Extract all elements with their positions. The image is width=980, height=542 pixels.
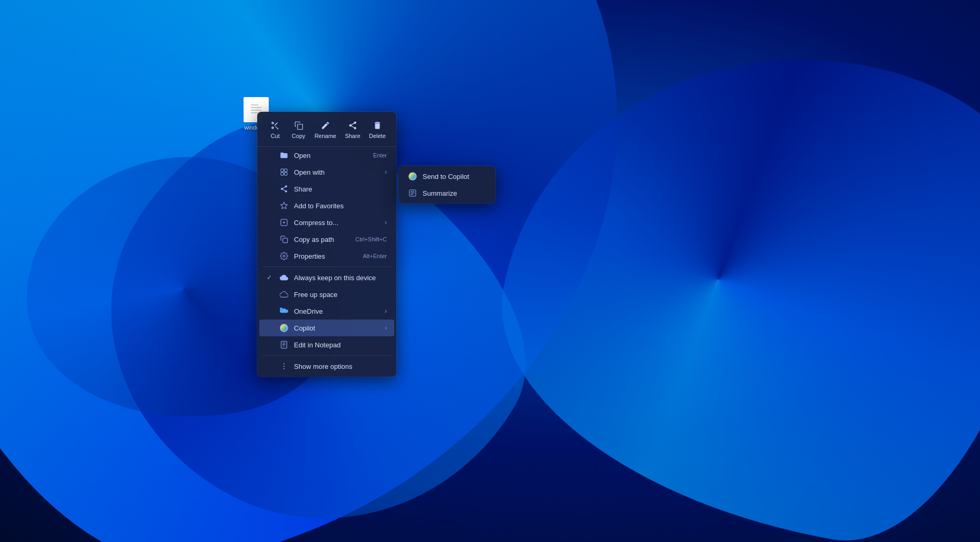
submenu-item-summarize[interactable]: Summarize <box>401 185 493 201</box>
copilot-submenu: Send to Copilot Summarize <box>398 166 496 204</box>
cut-icon <box>270 120 280 131</box>
cloud-free-icon <box>279 290 289 299</box>
share-toolbar-label: Share <box>345 133 360 139</box>
summarize-label: Summarize <box>423 189 486 197</box>
svg-point-13 <box>280 324 288 332</box>
copilot-icon <box>279 323 289 333</box>
copilot-arrow: › <box>385 324 387 332</box>
svg-point-12 <box>283 255 285 257</box>
rename-icon <box>320 120 331 131</box>
show-more-label: Show more options <box>294 363 387 370</box>
context-menu: Cut Copy Rename Share Delete <box>257 112 396 377</box>
cloud-keep-icon <box>279 273 289 282</box>
always-keep-check: ✓ <box>267 274 274 281</box>
svg-rect-4 <box>251 112 258 113</box>
svg-point-18 <box>283 363 284 364</box>
share-toolbar-icon <box>347 120 358 131</box>
menu-item-show-more[interactable]: Show more options <box>259 358 394 375</box>
copilot-send-icon <box>408 172 417 181</box>
cut-button[interactable]: Cut <box>264 118 287 141</box>
share-icon <box>279 184 289 194</box>
send-copilot-label: Send to Copilot <box>423 173 486 180</box>
always-keep-label: Always keep on this device <box>294 274 387 282</box>
svg-point-20 <box>283 368 284 369</box>
svg-point-19 <box>283 366 284 367</box>
svg-rect-1 <box>251 104 258 105</box>
properties-label: Properties <box>294 252 357 260</box>
svg-point-21 <box>409 173 416 180</box>
free-space-label: Free up space <box>294 291 387 299</box>
more-icon <box>279 362 289 371</box>
copy-icon <box>293 120 304 131</box>
open-shortcut: Enter <box>373 152 387 158</box>
menu-item-open-with[interactable]: Open with › <box>259 164 394 180</box>
svg-rect-11 <box>283 238 288 243</box>
svg-rect-8 <box>281 173 283 175</box>
delete-icon <box>372 120 383 131</box>
svg-rect-6 <box>281 169 283 172</box>
share-toolbar-button[interactable]: Share <box>341 118 364 141</box>
onedrive-label: OneDrive <box>294 307 380 315</box>
edit-notepad-label: Edit in Notepad <box>294 341 387 349</box>
svg-rect-9 <box>284 173 287 175</box>
share-label: Share <box>294 185 387 193</box>
separator-1 <box>262 267 391 267</box>
menu-item-always-keep[interactable]: ✓ Always keep on this device <box>259 269 394 286</box>
context-toolbar: Cut Copy Rename Share Delete <box>257 114 396 147</box>
copy-label: Copy <box>292 133 305 139</box>
open-with-arrow: › <box>385 168 387 176</box>
menu-item-compress[interactable]: Compress to... › <box>259 214 394 231</box>
open-icon <box>279 151 289 160</box>
delete-label: Delete <box>369 133 386 139</box>
menu-item-add-favorites[interactable]: Add to Favorites <box>259 197 394 214</box>
svg-rect-5 <box>297 124 302 130</box>
notepad-icon <box>279 340 289 349</box>
onedrive-icon <box>279 306 289 316</box>
submenu-item-send-copilot[interactable]: Send to Copilot <box>401 168 493 185</box>
add-favorites-label: Add to Favorites <box>294 202 387 210</box>
svg-rect-3 <box>251 110 261 111</box>
cut-label: Cut <box>271 133 280 139</box>
separator-2 <box>262 355 391 356</box>
rename-button[interactable]: Rename <box>310 118 341 141</box>
svg-rect-7 <box>284 169 287 172</box>
summarize-icon <box>408 188 417 198</box>
copypath-icon <box>279 235 289 244</box>
compress-icon <box>279 218 289 227</box>
copy-button[interactable]: Copy <box>287 118 310 141</box>
copy-path-shortcut: Ctrl+Shift+C <box>355 236 387 242</box>
menu-item-properties[interactable]: Properties Alt+Enter <box>259 248 394 264</box>
menu-item-onedrive[interactable]: OneDrive › <box>259 303 394 320</box>
properties-shortcut: Alt+Enter <box>363 253 387 259</box>
rename-label: Rename <box>314 133 336 139</box>
properties-icon <box>279 251 289 261</box>
open-with-label: Open with <box>294 168 380 176</box>
onedrive-arrow: › <box>385 307 387 315</box>
svg-rect-2 <box>251 107 261 108</box>
menu-item-free-space[interactable]: Free up space <box>259 286 394 303</box>
delete-button[interactable]: Delete <box>365 118 390 141</box>
favorites-icon <box>279 201 289 210</box>
copilot-label: Copilot <box>294 324 380 332</box>
svg-rect-14 <box>281 341 287 348</box>
menu-item-copy-path[interactable]: Copy as path Ctrl+Shift+C <box>259 231 394 248</box>
compress-label: Compress to... <box>294 219 380 227</box>
open-label: Open <box>294 152 368 160</box>
menu-item-open[interactable]: Open Enter <box>259 147 394 164</box>
copy-path-label: Copy as path <box>294 236 350 243</box>
menu-item-edit-notepad[interactable]: Edit in Notepad <box>259 336 394 353</box>
menu-item-share[interactable]: Share <box>259 180 394 197</box>
desktop-background <box>0 0 980 542</box>
openwith-icon <box>279 167 289 177</box>
compress-arrow: › <box>385 219 387 226</box>
menu-item-copilot[interactable]: Copilot › <box>259 320 394 336</box>
